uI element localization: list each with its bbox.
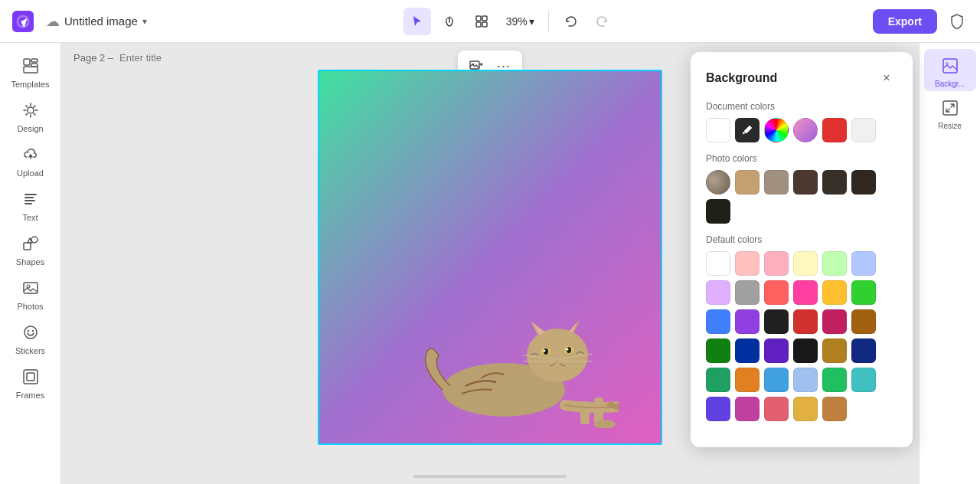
default-color-20[interactable] xyxy=(764,338,789,363)
doc-color-gradient-pink[interactable] xyxy=(793,118,818,142)
default-color-16[interactable] xyxy=(822,309,847,334)
default-color-13[interactable] xyxy=(735,309,760,334)
default-color-31[interactable] xyxy=(735,397,760,421)
default-color-21[interactable] xyxy=(793,338,818,363)
default-color-19[interactable] xyxy=(735,338,760,363)
default-color-10[interactable] xyxy=(822,280,847,305)
svg-point-23 xyxy=(527,329,588,382)
svg-marker-25 xyxy=(569,319,580,335)
resize-tool-icon xyxy=(942,97,959,119)
photos-icon xyxy=(22,277,39,299)
default-color-22[interactable] xyxy=(822,338,847,363)
default-color-28[interactable] xyxy=(822,368,847,392)
zoom-value: 39% xyxy=(506,15,528,28)
shield-button[interactable] xyxy=(943,8,971,35)
shapes-icon xyxy=(22,233,39,254)
default-color-2[interactable] xyxy=(764,251,789,276)
default-color-34[interactable] xyxy=(822,397,847,421)
default-color-24[interactable] xyxy=(706,368,730,392)
background-tool-icon xyxy=(942,55,959,77)
default-color-23[interactable] xyxy=(851,338,876,363)
canvas-slide[interactable] xyxy=(318,70,662,445)
default-color-30[interactable] xyxy=(706,397,730,421)
default-color-18[interactable] xyxy=(706,338,730,363)
canva-logo[interactable] xyxy=(9,8,37,35)
svg-rect-46 xyxy=(943,101,957,115)
undo-button[interactable] xyxy=(557,8,584,35)
default-color-14[interactable] xyxy=(764,309,789,334)
svg-point-32 xyxy=(544,350,546,352)
layout-tool-button[interactable] xyxy=(468,8,495,35)
background-tool-label: Backgr... xyxy=(935,80,965,88)
doc-color-eyedropper[interactable] xyxy=(735,118,760,142)
default-color-1[interactable] xyxy=(735,251,760,276)
bg-panel-header: Background × xyxy=(706,67,897,89)
photo-color-1[interactable] xyxy=(735,170,760,195)
sidebar-item-photos[interactable]: Photos xyxy=(5,271,57,314)
svg-point-43 xyxy=(607,402,615,408)
sidebar-item-templates[interactable]: Templates xyxy=(5,49,57,92)
title-chevron-icon[interactable]: ▾ xyxy=(142,16,147,27)
photo-color-5[interactable] xyxy=(851,170,876,195)
default-color-0[interactable] xyxy=(706,251,730,276)
photo-color-2[interactable] xyxy=(764,170,789,195)
redo-button[interactable] xyxy=(589,8,616,35)
doc-color-rainbow[interactable] xyxy=(764,118,789,142)
document-title[interactable]: Untitled image xyxy=(64,15,138,28)
svg-point-16 xyxy=(31,330,33,332)
default-color-25[interactable] xyxy=(735,368,760,392)
zoom-control[interactable]: 39% ▾ xyxy=(500,12,541,31)
default-color-33[interactable] xyxy=(793,397,818,421)
sidebar-item-design[interactable]: Design xyxy=(5,93,57,136)
default-color-15[interactable] xyxy=(793,309,818,334)
default-color-26[interactable] xyxy=(764,368,789,392)
default-color-32[interactable] xyxy=(764,397,789,421)
cloud-icon: ☁ xyxy=(46,13,60,30)
doc-color-light[interactable] xyxy=(851,118,876,142)
sidebar-stickers-label: Stickers xyxy=(15,346,45,355)
photo-color-4[interactable] xyxy=(822,170,847,195)
bg-panel-title: Background xyxy=(706,71,777,85)
default-color-11[interactable] xyxy=(851,280,876,305)
default-color-6[interactable] xyxy=(706,280,730,305)
svg-point-13 xyxy=(27,285,30,288)
export-button[interactable]: Export xyxy=(873,9,937,34)
default-color-12[interactable] xyxy=(706,309,730,334)
default-color-3[interactable] xyxy=(793,251,818,276)
svg-point-9 xyxy=(28,107,34,113)
default-color-5[interactable] xyxy=(851,251,876,276)
sidebar-design-label: Design xyxy=(17,124,43,133)
doc-color-red[interactable] xyxy=(822,118,847,142)
default-color-17[interactable] xyxy=(851,309,876,334)
default-color-27[interactable] xyxy=(793,368,818,392)
default-color-8[interactable] xyxy=(764,280,789,305)
default-color-4[interactable] xyxy=(822,251,847,276)
select-tool-button[interactable] xyxy=(403,8,431,35)
sidebar-item-shapes[interactable]: Shapes xyxy=(5,227,57,270)
page-title-input[interactable] xyxy=(119,52,211,64)
photo-colors-label: Photo colors xyxy=(706,153,897,164)
sidebar-upload-label: Upload xyxy=(17,168,44,178)
cat-image xyxy=(404,290,619,428)
sidebar-item-stickers[interactable]: Stickers xyxy=(5,316,57,358)
zoom-chevron-icon: ▾ xyxy=(529,15,534,28)
svg-point-15 xyxy=(27,330,28,332)
default-color-7[interactable] xyxy=(735,280,760,305)
sidebar-item-upload[interactable]: Upload xyxy=(5,138,57,181)
photo-color-6[interactable] xyxy=(706,199,730,224)
photo-color-3[interactable] xyxy=(793,170,818,195)
doc-color-white[interactable] xyxy=(706,118,730,142)
panel-background-tool[interactable]: Backgr... xyxy=(924,49,976,91)
default-color-9[interactable] xyxy=(793,280,818,305)
sidebar-frames-label: Frames xyxy=(16,391,44,400)
default-color-29[interactable] xyxy=(851,368,876,392)
panel-resize-tool[interactable]: Resize xyxy=(924,91,976,133)
hand-tool-button[interactable] xyxy=(436,8,463,35)
main-area: Templates Design Upload Text Shapes xyxy=(0,43,980,484)
bg-close-button[interactable]: × xyxy=(876,67,897,89)
svg-rect-8 xyxy=(24,67,38,73)
photo-color-0[interactable] xyxy=(706,170,730,195)
sidebar-item-text[interactable]: Text xyxy=(5,182,57,225)
left-sidebar: Templates Design Upload Text Shapes xyxy=(0,43,61,484)
sidebar-item-frames[interactable]: Frames xyxy=(5,360,57,403)
